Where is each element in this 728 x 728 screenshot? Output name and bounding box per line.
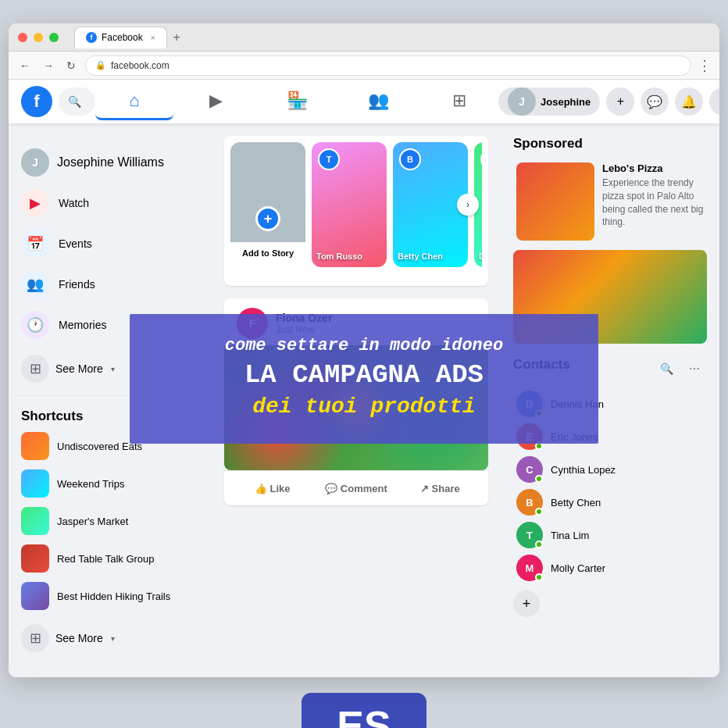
story-avatar-betty: B [399, 148, 421, 170]
weekend-trips-icon [21, 469, 49, 498]
shortcut-weekend-label: Weekend Trips [57, 478, 124, 490]
story-name-dennis: Dennis Han [479, 252, 482, 261]
sidebar-item-watch[interactable]: ▶ Watch [15, 183, 205, 223]
sidebar-watch-label: Watch [59, 197, 89, 209]
facebook-search-bar[interactable]: 🔍 [59, 87, 95, 116]
add-contact-button[interactable]: + [513, 591, 540, 617]
like-button[interactable]: 👍 Like [230, 474, 314, 502]
sponsored-description: Experience the trendy pizza spot in Palo… [602, 177, 704, 229]
sponsored-section: Sponsored Lebo's Pizza Experience the tr… [513, 136, 707, 344]
shortcut-red-table-talk[interactable]: Red Table Talk Group [15, 540, 205, 577]
new-tab-button[interactable]: + [173, 30, 180, 45]
watch-icon: ▶ [21, 189, 49, 217]
messenger-button[interactable]: 💬 [641, 87, 669, 116]
shortcuts-chevron-icon: ▾ [111, 634, 115, 643]
contact-cynthia-lopez[interactable]: C Cynthia Lopez [513, 453, 707, 486]
shortcut-hiking-trails[interactable]: Best Hidden Hiking Trails [15, 577, 205, 615]
shortcut-weekend-trips[interactable]: Weekend Trips [15, 465, 205, 502]
facebook-navbar: f 🔍 ⌂ ▶ 🏪 👥 ⊞ J Josephine [9, 80, 719, 123]
browser-menu-icon[interactable]: ⋮ [698, 57, 712, 74]
sidebar-user-avatar: J [21, 148, 49, 177]
address-bar[interactable]: 🔒 facebook.com [85, 55, 691, 76]
minimize-window-button[interactable] [34, 33, 43, 42]
memories-icon: 🕐 [21, 311, 49, 339]
tab-favicon: f [86, 32, 97, 43]
add-to-story-card[interactable]: + Add to Story [230, 142, 305, 267]
online-indicator-betty [535, 508, 543, 516]
story-tom-russo[interactable]: T Tom Russo [312, 142, 387, 267]
contact-betty-chen[interactable]: B Betty Chen [513, 486, 707, 519]
see-more-icon: ⊞ [21, 355, 49, 383]
sidebar-item-events[interactable]: 📅 Events [15, 223, 205, 264]
comment-button[interactable]: 💬 Comment [314, 474, 398, 502]
contact-name-cynthia: Cynthia Lopez [551, 464, 616, 476]
tab-title: Facebook [102, 32, 143, 43]
contact-name-betty: Betty Chen [551, 497, 601, 509]
sidebar-user-profile[interactable]: J Josephine Williams [15, 142, 205, 183]
dropdown-button[interactable]: ▾ [709, 87, 719, 116]
maximize-window-button[interactable] [49, 33, 59, 42]
chevron-down-icon: ▾ [111, 365, 115, 373]
jaspers-market-icon [21, 507, 49, 535]
browser-titlebar: f Facebook × + [9, 23, 719, 52]
shortcut-red-table-label: Red Table Talk Group [57, 553, 155, 565]
undiscovered-eats-icon [21, 432, 49, 460]
contact-name-tina: Tina Lim [551, 530, 589, 541]
contact-tina-lim[interactable]: T Tina Lim [513, 519, 707, 551]
overlay-banner: come settare in modo idoneo LA CAMPAGNA … [130, 314, 598, 444]
stories-next-button[interactable]: › [457, 194, 479, 216]
notifications-button[interactable]: 🔔 [675, 87, 703, 116]
nav-home[interactable]: ⌂ [95, 83, 173, 120]
nav-pages[interactable]: ⊞ [420, 83, 498, 120]
red-table-talk-icon [21, 544, 49, 573]
add-story-icon: + [255, 206, 280, 231]
nav-groups[interactable]: 👥 [339, 83, 417, 120]
user-profile-pill[interactable]: J Josephine [498, 87, 600, 116]
active-tab[interactable]: f Facebook × [74, 27, 167, 48]
story-name-betty: Betty Chen [398, 252, 463, 261]
story-add-top: + [230, 142, 305, 242]
browser-toolbar: ← → ↻ 🔒 facebook.com ⋮ [9, 52, 719, 80]
overlay-line3: dei tuoi prodotti [161, 394, 567, 419]
shortcut-jaspers-market[interactable]: Jasper's Market [15, 502, 205, 540]
overlay-line1: come settare in modo idoneo [161, 336, 567, 355]
refresh-button[interactable]: ↻ [63, 58, 79, 73]
share-button[interactable]: ↗ Share [398, 474, 482, 502]
user-name: Josephine [541, 96, 591, 108]
shortcut-jasper-label: Jasper's Market [57, 516, 128, 527]
shortcut-hiking-label: Best Hidden Hiking Trails [57, 591, 170, 602]
shortcuts-see-more-icon: ⊞ [21, 624, 49, 652]
contacts-search-icon[interactable]: 🔍 [654, 356, 679, 381]
contact-name-molly: Molly Carter [551, 562, 605, 574]
online-indicator-tina [535, 541, 543, 548]
sidebar-user-name: Josephine Williams [57, 155, 164, 170]
sidebar-memories-label: Memories [59, 319, 106, 331]
sponsored-info: Lebo's Pizza Experience the trendy pizza… [602, 162, 704, 241]
contact-avatar-betty: B [516, 489, 543, 516]
sponsored-name: Lebo's Pizza [602, 162, 704, 174]
shortcuts-see-more-button[interactable]: ⊞ See More ▾ [15, 618, 205, 658]
contact-molly-carter[interactable]: M Molly Carter [513, 551, 707, 584]
nav-watch[interactable]: ▶ [177, 83, 255, 120]
forward-button[interactable]: → [40, 58, 57, 73]
sidebar-item-friends[interactable]: 👥 Friends [15, 264, 205, 305]
back-button[interactable]: ← [16, 58, 34, 73]
hiking-trails-icon [21, 582, 49, 610]
facebook-logo: f [21, 86, 52, 117]
nav-marketplace[interactable]: 🏪 [258, 83, 336, 120]
sidebar-friends-label: Friends [59, 278, 95, 291]
contact-avatar-tina: T [516, 522, 543, 548]
secure-icon: 🔒 [95, 60, 106, 70]
close-window-button[interactable] [18, 33, 27, 42]
online-indicator-eric [535, 442, 543, 450]
logo-letters: ES [337, 705, 391, 728]
tab-close-icon[interactable]: × [151, 34, 155, 42]
stories-card: + Add to Story T Tom Russo B [224, 136, 488, 286]
online-indicator-molly [535, 573, 543, 581]
sponsored-item-pizza[interactable]: Lebo's Pizza Experience the trendy pizza… [513, 159, 707, 244]
add-button[interactable]: + [606, 87, 634, 116]
overlay-line2: LA CAMPAGNA Ads [161, 360, 567, 390]
contacts-icons: 🔍 ⋯ [654, 356, 707, 381]
contacts-more-icon[interactable]: ⋯ [682, 356, 707, 381]
url-text: facebook.com [111, 60, 170, 71]
